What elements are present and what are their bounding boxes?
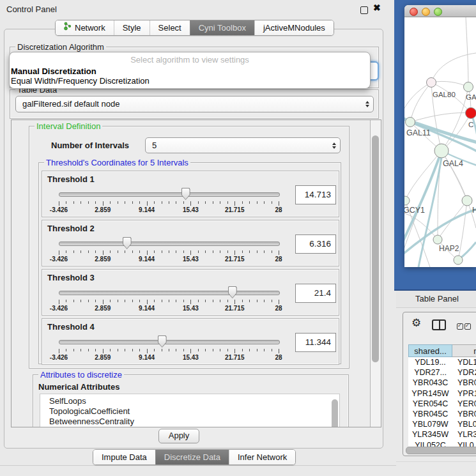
network-node-gal80[interactable]	[427, 78, 436, 88]
network-node-hap2[interactable]	[433, 235, 442, 244]
network-window-titlebar[interactable]	[404, 5, 476, 17]
checkbox-icon[interactable]	[464, 323, 471, 330]
slider-tick	[118, 250, 118, 253]
table-row[interactable]: YPR145WYPR1	[408, 388, 476, 399]
tab-select[interactable]: Select	[150, 20, 190, 35]
settings-content: Interval Definition Number of Intervals …	[12, 120, 371, 427]
network-node-gcy1[interactable]	[404, 196, 410, 205]
slider-tick	[169, 201, 169, 204]
network-canvas[interactable]: GAL80GACGAL11GAL4GCY1HHAP2	[404, 17, 476, 267]
threshold-value-field[interactable]: 14.713	[295, 185, 336, 204]
slider-tick	[257, 349, 257, 351]
slider-tick	[264, 349, 265, 351]
apply-button[interactable]: Apply	[158, 429, 199, 443]
table-cell: YLR3	[452, 429, 476, 440]
table-row[interactable]: YBR043CYBR0	[408, 378, 476, 388]
slider-tick	[264, 300, 265, 302]
network-node-node-top-right[interactable]	[464, 82, 473, 92]
float-window-icon[interactable]	[360, 6, 368, 14]
slider-tick	[88, 300, 89, 302]
network-node-node-red[interactable]	[466, 108, 476, 119]
slider-tick	[66, 201, 66, 204]
algorithm-option-equal-width-frequency-discretization[interactable]: Equal Width/Frequency Discretization	[11, 76, 371, 86]
slider-tick	[264, 201, 265, 204]
zoom-traffic-light-icon[interactable]	[434, 8, 442, 16]
gear-icon[interactable]: ⚙	[411, 318, 421, 328]
numerical-attributes-list[interactable]: SelfLoopsTopologicalCoefficientBetweenne…	[40, 394, 340, 427]
slider-tick	[176, 250, 176, 253]
bottom-tab-discretize-data[interactable]: Discretize Data	[155, 450, 229, 464]
slider-tick	[132, 300, 133, 302]
network-node-gal4[interactable]	[434, 144, 449, 158]
algorithm-option-manual-discretization[interactable]: Manual Discretization	[11, 66, 371, 76]
network-node-gal11[interactable]	[406, 118, 415, 127]
minimize-traffic-light-icon[interactable]	[422, 8, 430, 16]
slider-tick	[183, 300, 184, 302]
close-traffic-light-icon[interactable]	[410, 8, 418, 16]
table-row[interactable]: YBL079WYBL0	[408, 419, 476, 429]
attribute-item-topologicalcoefficient[interactable]: TopologicalCoefficient	[40, 406, 339, 417]
threshold-value-field[interactable]: 11.344	[295, 333, 336, 352]
table-data-combobox[interactable]: galFiltered.sif default node	[15, 96, 374, 112]
slider-tick	[234, 201, 235, 206]
slider-tick-label: 9.144	[131, 305, 163, 312]
slider-tick	[169, 300, 169, 302]
tab-cyni-toolbox[interactable]: Cyni Toolbox	[190, 20, 254, 35]
slider-track[interactable]	[59, 340, 280, 344]
checkbox-icon[interactable]	[457, 323, 463, 330]
threshold-value-field[interactable]: 21.4	[295, 284, 336, 303]
network-node-label: HAP2	[439, 244, 459, 253]
table-cell: YBL079W	[408, 419, 452, 429]
attribute-item-betweennesscentrality[interactable]: BetweennessCentrality	[40, 417, 339, 427]
slider-thumb[interactable]	[158, 335, 167, 348]
table-row[interactable]: YBR045CYBR0	[408, 409, 476, 419]
bottom-tab-infer-network[interactable]: Infer Network	[229, 450, 295, 464]
slider-thumb[interactable]	[228, 286, 237, 298]
slider-tick	[162, 250, 162, 253]
slider-thumb[interactable]	[123, 237, 132, 249]
threshold-value-field[interactable]: 6.316	[295, 234, 336, 254]
column-header-shared-name[interactable]: shared...	[408, 344, 452, 357]
table-row[interactable]: YDL19...YDL1	[408, 357, 476, 367]
slider-tick	[234, 349, 235, 353]
close-icon[interactable]: ✖	[373, 3, 381, 13]
network-node-node-right-h[interactable]	[462, 196, 472, 206]
scrollbar-thumb[interactable]	[372, 135, 379, 362]
slider-track[interactable]	[59, 291, 280, 295]
network-window-frame: GAL80GACGAL11GAL4GCY1HHAP2	[394, 0, 476, 291]
table-row[interactable]: YLR345WYLR3	[408, 429, 476, 440]
slider-track[interactable]	[59, 192, 280, 197]
tab-label: jActiveMNodules	[263, 20, 325, 35]
attribute-item-selfloops[interactable]: SelfLoops	[40, 396, 339, 406]
num-intervals-combobox[interactable]: 5	[145, 137, 341, 153]
slider-tick	[205, 201, 206, 204]
tab-network[interactable]: Network	[56, 20, 114, 35]
slider-thumb[interactable]	[181, 188, 190, 200]
tab-label: Impute Data	[102, 450, 147, 464]
network-node-node-bottom[interactable]	[454, 256, 463, 265]
slider-tick	[95, 250, 96, 253]
slider-tick	[227, 300, 228, 302]
divider	[0, 465, 396, 466]
slider-tick	[249, 300, 250, 302]
slider-tick-label: 28	[263, 206, 295, 213]
slider-tick	[227, 250, 228, 253]
tab-jactivemnodules[interactable]: jActiveMNodules	[254, 20, 334, 35]
table-panel-region: Table Panel ⚙ shared... na YDL19...YDL1Y…	[396, 289, 476, 476]
horizontal-scrollbar-thumb[interactable]	[406, 447, 476, 454]
bottom-tab-impute-data[interactable]: Impute Data	[93, 450, 155, 464]
threshold-panel-threshold-2: Threshold 2-3.4262.8599.14415.4321.71528…	[42, 220, 339, 266]
table-row[interactable]: YDR27...YDR2	[408, 367, 476, 378]
table-cell: YPR145W	[408, 388, 452, 399]
slider-tick	[249, 201, 250, 204]
slider-tick	[220, 349, 220, 351]
threshold-label: Threshold 2	[47, 224, 95, 233]
slider-track[interactable]	[59, 242, 280, 246]
column-header-name[interactable]: na	[452, 344, 476, 357]
split-column-icon[interactable]	[432, 319, 446, 330]
thresholds-group: Threshold's Coordinates for 5 Intervals …	[38, 162, 341, 364]
slider-tick	[220, 250, 220, 253]
table-row[interactable]: YER054CYER0	[408, 399, 476, 409]
list-scrollbar-thumb[interactable]	[332, 399, 338, 427]
tab-style[interactable]: Style	[114, 20, 150, 35]
